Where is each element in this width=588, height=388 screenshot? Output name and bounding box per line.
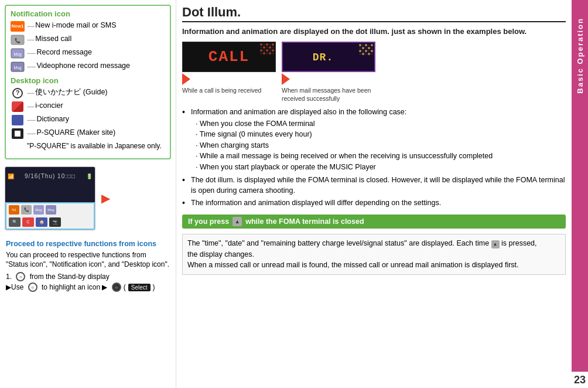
up-arrow-button[interactable]: ▲ [233,217,242,226]
phone-new1-icon: N1 [9,205,19,215]
svg-text:Msg: Msg [13,66,21,70]
list-item: ....... P-SQUARE (Maker site) [11,128,165,139]
bullet-text-2: The dot illum. is displayed while the FO… [191,175,566,196]
step2-open-paren: ( [124,283,126,291]
dot-images: CALL While a call is being received DR. [182,42,566,103]
right-title: Dot Illum. [182,5,566,22]
select-button[interactable]: Select [128,284,151,291]
instructions-heading: Proceed to respective functions from ico… [6,240,170,248]
phone-cam-icon: 📷 [49,217,61,227]
new1-icon: New1 [11,21,25,32]
info-text-1: The "time", "date" and "remaining batter… [187,239,489,247]
info-text-3: When a missed call or unread mail is fou… [187,261,519,269]
page-wrapper: Notification icon New1 ...... New i-mode… [0,0,588,388]
mail-caption: When mail messages have been received su… [282,87,375,103]
psquare-icon [11,128,25,139]
arrow-right: ▶Use [6,283,26,291]
green-info-box: If you press ▲ while the FOMA terminal i… [182,215,566,229]
step2-mid: to highlight an icon ▶ [40,283,110,291]
info-box: The "time", "date" and "remaining batter… [182,234,566,275]
svg-text:📞: 📞 [15,38,20,43]
instructions-body: You can proceed to respective functions … [6,250,170,270]
call-text: CALL [208,48,249,66]
bullet-item: The dot illum. is displayed while the FO… [182,175,566,196]
call-display: CALL [182,42,276,72]
notification-box: Notification icon New1 ...... New i-mode… [5,5,171,159]
list-item: New1 ...... New i-mode mail or SMS [11,21,165,32]
phone-home-icon: 🏠 [36,217,47,227]
battery-icon: 🔋 [86,173,93,179]
sub-item: While a mail message is being received o… [196,151,493,162]
psquare-note-item: "P-SQUARE" is available in Japanese only… [11,141,165,152]
green-box-mid: while the FOMA terminal is closed [245,217,364,226]
bullet-item: The information and animation displayed … [182,198,566,209]
dot-img-mail: DR. When mail messages have been receive… [282,42,375,103]
page-number-area: 23 [572,372,588,388]
notification-title: Notification icon [11,9,165,18]
phone-c-icon: C [22,217,34,227]
psquare-note: "P-SQUARE" is available in Japanese only… [27,142,162,150]
phone-image-area: 📶 9/16(Thu) 10:□□ 🔋 N1 📞 Msg Msg 🔍 C 🏠 [5,166,171,230]
signal-icon: 📶 [8,173,14,179]
phone-search-icon: 🔍 [9,217,20,227]
right-sidebar-wrapper: Basic Operation 23 [572,0,588,388]
desktop-title: Desktop icon [11,76,165,85]
left-panel: Notification icon New1 ...... New i-mode… [0,0,176,388]
select-circle-button[interactable]: ○ [112,283,121,292]
bullet-text-3: The information and animation displayed … [191,198,441,209]
list-item: ....... Dictionary [11,114,165,126]
phone-miss-icon: 📞 [21,205,32,215]
info-text-mid: is pressed, [501,239,536,247]
mail-display: DR. [282,42,375,72]
phone-msg2-icon: Msg [46,205,56,215]
up-arrow-inline[interactable]: ▲ [491,240,500,249]
green-box-text: If you press [188,217,229,226]
screen-time: 9/16(Thu) 10:□□ [25,173,76,179]
right-subtitle: Information and animation are displayed … [182,27,566,36]
bullet-list: Information and animation are displayed … [182,107,566,211]
right-panel: Dot Illum. Information and animation are… [176,0,572,388]
dot-grid-mail [359,44,373,55]
guide-icon: ? [11,87,25,99]
mail-text: DR. [313,50,344,64]
page-number: 23 [574,374,586,386]
phone-msg1-icon: Msg [33,205,44,215]
sub-item: When you start playback or operate the M… [196,162,493,173]
notification-list: New1 ...... New i-mode mail or SMS 📞 ...… [11,21,165,73]
list-item: ? ...... 使いかたナビ (Guide) [11,87,165,99]
phone-icons-bar: N1 📞 Msg Msg 🔍 C 🏠 📷 [5,202,95,230]
call-arrow [182,73,190,85]
navigate-button[interactable]: ○ [28,283,37,292]
right-sidebar: Basic Operation [572,0,588,372]
concier-icon [11,101,25,113]
call-caption: While a call is being received [182,87,261,95]
step1-rest: from the Stand-by display [28,273,109,281]
dictionary-icon [11,114,25,126]
missed-icon: 📞 [11,34,25,46]
record-msg-icon: Msg [11,47,25,59]
sidebar-label: Basic Operation [576,18,584,94]
sub-item: Time signal (0 minutes every hour) [196,130,493,140]
bullet-item: Information and animation are displayed … [182,107,566,173]
svg-text:Msg: Msg [13,52,21,57]
main-content: Dot Illum. Information and animation are… [176,0,588,388]
step1-text: 1. [6,273,13,281]
info-text-2: the display changes. [187,250,254,258]
dot-img-call: CALL While a call is being received [182,42,276,95]
arrow-icon: ▶ [101,191,110,205]
list-item: Msg ....... Record message [11,47,165,59]
vphone-record-icon: Msg [11,61,25,73]
step2-line: ▶Use ○ to highlight an icon ▶ ○ ( Select… [6,283,170,292]
step2-close-paren: ) [153,283,155,291]
dot-grid-call [260,43,274,55]
list-item: ...... i-concier [11,101,165,113]
desktop-list: ? ...... 使いかたナビ (Guide) ...... i-concier [11,87,165,152]
sub-item: When you close the FOMA terminal [196,119,493,130]
phone-screen: 📶 9/16(Thu) 10:□□ 🔋 [5,167,95,202]
instructions-area: Proceed to respective functions from ico… [5,237,171,296]
step1-line: 1. ○ from the Stand-by display [6,272,170,281]
sub-item: When charging starts [196,141,493,151]
sub-list-1: When you close the FOMA terminal Time si… [196,119,493,173]
list-item: 📞 ...... Missed call [11,34,165,46]
standby-button[interactable]: ○ [16,272,25,281]
